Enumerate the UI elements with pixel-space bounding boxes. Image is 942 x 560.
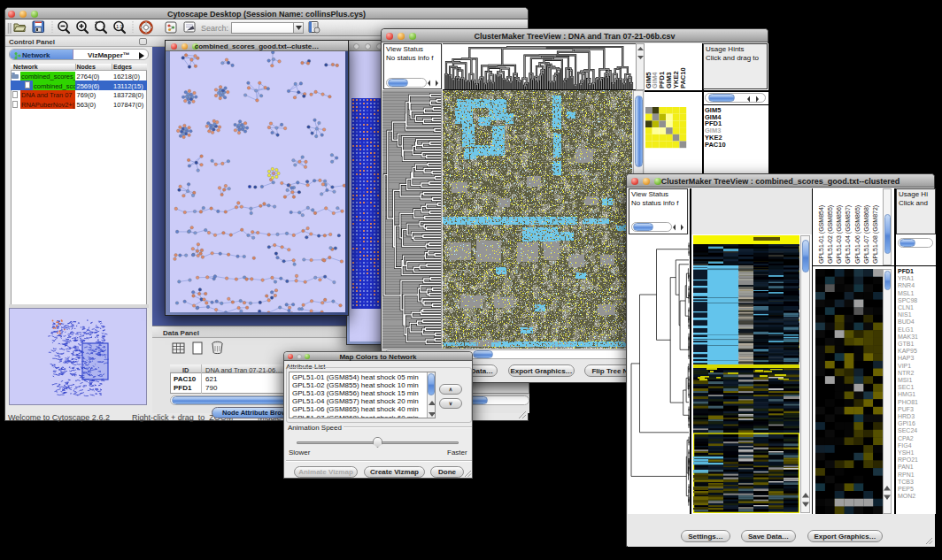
svg-text:GPL51-04 (GSM857): GPL51-04 (GSM857) — [845, 205, 852, 264]
svg-text:1:1: 1:1 — [116, 24, 123, 29]
svg-text:GPL51-02 (GSM855): GPL51-02 (GSM855) — [827, 205, 834, 264]
svg-text:GPL51-06 (GSM865): GPL51-06 (GSM865) — [854, 205, 861, 264]
svg-text:GPL51-03 (GSM856): GPL51-03 (GSM856) — [836, 205, 843, 264]
svg-text:GPL51-08 (GSM872): GPL51-08 (GSM872) — [872, 205, 879, 264]
svg-text:GPL51-01 (GSM854): GPL51-01 (GSM854) — [818, 205, 825, 264]
svg-text:GPL51-07 (GSM868): GPL51-07 (GSM868) — [863, 205, 870, 264]
svg-text:PAC10: PAC10 — [679, 67, 687, 88]
